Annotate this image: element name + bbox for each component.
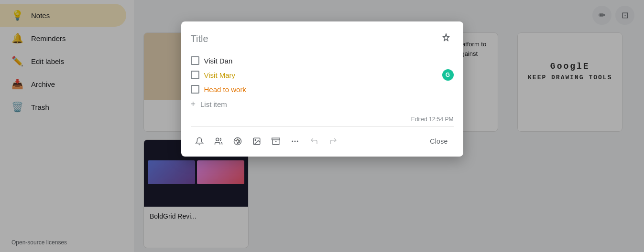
- svg-point-11: [292, 141, 293, 142]
- undo-button[interactable]: [306, 133, 323, 150]
- svg-rect-9: [272, 138, 280, 140]
- item-text-2[interactable]: Visit Mary: [204, 71, 236, 79]
- add-item-label: List item: [200, 100, 227, 108]
- svg-point-13: [296, 141, 298, 142]
- collaborator-button[interactable]: [210, 133, 227, 150]
- list-item: Head to work: [191, 82, 454, 96]
- modal-checklist: Visit Dan Visit Mary G Head to work + Li…: [181, 52, 463, 116]
- list-item: Visit Dan: [191, 53, 454, 68]
- modal-divider: [191, 126, 454, 127]
- item-text-3[interactable]: Head to work: [204, 85, 246, 94]
- modal-footer: Close: [181, 129, 463, 157]
- svg-point-12: [294, 141, 295, 142]
- color-palette-button[interactable]: [229, 133, 246, 150]
- grammarly-icon: G: [442, 69, 454, 81]
- svg-point-2: [235, 140, 236, 141]
- edited-timestamp: Edited 12:54 PM: [181, 116, 463, 125]
- checkbox-3[interactable]: [191, 85, 199, 94]
- redo-button[interactable]: [325, 133, 342, 150]
- more-options-button[interactable]: [286, 133, 304, 150]
- svg-point-8: [255, 139, 256, 140]
- svg-point-4: [238, 140, 239, 141]
- plus-icon: +: [191, 99, 196, 109]
- modal-title[interactable]: Title: [191, 33, 208, 44]
- svg-point-0: [216, 138, 218, 141]
- modal-close-button[interactable]: Close: [424, 134, 453, 149]
- modal-actions: [191, 133, 342, 150]
- checkbox-1[interactable]: [191, 56, 199, 65]
- svg-point-5: [238, 141, 239, 142]
- svg-point-6: [237, 143, 238, 144]
- modal-pin-button[interactable]: [438, 30, 454, 48]
- modal-header: Title: [181, 21, 463, 52]
- archive-note-button[interactable]: [267, 133, 284, 150]
- item-text-1[interactable]: Visit Dan: [204, 57, 233, 65]
- svg-point-3: [237, 139, 238, 140]
- image-button[interactable]: [248, 133, 265, 150]
- list-item: Visit Mary G: [191, 68, 454, 82]
- note-modal: Title Visit Dan Visit Mary G Head to wor…: [181, 21, 463, 157]
- remind-button[interactable]: [191, 133, 208, 150]
- checkbox-2[interactable]: [191, 71, 199, 79]
- add-item-row[interactable]: + List item: [191, 96, 454, 112]
